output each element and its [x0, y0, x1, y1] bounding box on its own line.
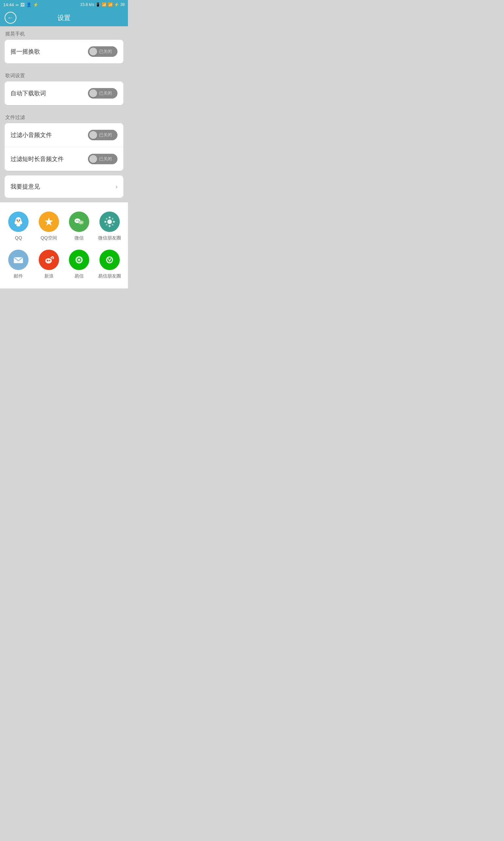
status-right: 15.6 k/s 📳 📶 📶 ⚡ 39 [80, 2, 125, 7]
auto-lyrics-toggle[interactable]: 已关闭 [88, 88, 118, 99]
svg-point-21 [106, 218, 107, 220]
shake-song-label: 摇一摇换歌 [11, 48, 40, 55]
status-bar: 14:44 ∞ 🖼 👤 ⚡ 15.6 k/s 📳 📶 📶 ⚡ 39 [0, 0, 128, 9]
shake-song-row: 摇一摇换歌 已关闭 [5, 40, 123, 64]
svg-point-14 [80, 222, 81, 223]
filter-card: 过滤小音频文件 已关闭 过滤短时长音频文件 已关闭 [5, 123, 123, 171]
auto-lyrics-row: 自动下载歌词 已关闭 [5, 82, 123, 105]
yixin-circle-label: 易信朋友圈 [98, 273, 121, 279]
filter-small-toggle[interactable]: 已关闭 [88, 130, 118, 140]
email-label: 邮件 [14, 273, 23, 279]
auto-lyrics-label: 自动下载歌词 [11, 89, 46, 97]
section-header-lyrics: 歌词设置 [0, 68, 128, 82]
share-yixin[interactable]: 易信 [64, 247, 94, 282]
share-section: QQ QQ空间 微信 [0, 202, 128, 289]
back-arrow-icon: ← [7, 15, 13, 21]
back-button[interactable]: ← [5, 12, 16, 24]
filter-small-label: 过滤小音频文件 [11, 131, 52, 139]
shake-card: 摇一摇换歌 已关闭 [5, 40, 123, 64]
wechat-moments-label: 微信朋友圈 [98, 235, 121, 241]
svg-point-32 [107, 257, 112, 263]
section-header-filter: 文件过滤 [0, 110, 128, 123]
filter-short-toggle[interactable]: 已关闭 [88, 154, 118, 164]
svg-point-6 [15, 221, 17, 224]
toggle-circle-3 [89, 131, 97, 139]
page-title: 设置 [16, 14, 111, 22]
infinity-icon: ∞ [16, 2, 19, 7]
toggle-circle [89, 48, 97, 55]
toggle-circle-4 [89, 155, 97, 163]
qqzone-label: QQ空间 [41, 235, 57, 241]
svg-point-24 [111, 224, 113, 226]
svg-point-20 [113, 221, 115, 223]
time: 14:44 [3, 2, 14, 7]
feedback-label: 我要提意见 [11, 183, 40, 191]
svg-point-22 [111, 218, 113, 220]
shake-song-toggle-label: 已关闭 [99, 49, 112, 54]
wechat-moments-icon [100, 211, 120, 232]
svg-point-28 [49, 260, 50, 261]
chevron-right-icon: › [115, 183, 118, 190]
share-yixin-circle[interactable]: 易信朋友圈 [94, 247, 125, 282]
svg-rect-8 [16, 224, 20, 226]
svg-point-27 [47, 260, 48, 261]
sina-icon [39, 250, 59, 270]
qqzone-icon [39, 211, 59, 232]
usb-icon: ⚡ [33, 2, 38, 7]
share-qq[interactable]: QQ [3, 209, 34, 244]
svg-point-11 [78, 220, 84, 224]
svg-point-18 [109, 225, 111, 227]
section-header-shake: 摇晃手机 [0, 26, 128, 40]
qq-icon [8, 211, 29, 232]
shake-song-toggle[interactable]: 已关闭 [88, 46, 118, 57]
svg-point-7 [20, 221, 22, 224]
yixin-circle-icon [100, 250, 120, 270]
share-wechat-moments[interactable]: 微信朋友圈 [94, 209, 125, 244]
battery: 39 [121, 2, 125, 7]
svg-point-13 [78, 220, 79, 221]
share-wechat[interactable]: 微信 [64, 209, 94, 244]
share-grid-row1: QQ QQ空间 微信 [3, 209, 125, 244]
title-bar: ← 设置 [0, 9, 128, 26]
filter-short-toggle-label: 已关闭 [99, 156, 112, 162]
svg-point-16 [107, 220, 112, 224]
qq-label: QQ [15, 235, 22, 240]
feedback-card: 我要提意见 › [5, 175, 123, 198]
svg-point-15 [82, 222, 83, 223]
share-email[interactable]: 邮件 [3, 247, 34, 282]
toggle-circle-2 [89, 89, 97, 97]
image-icon: 🖼 [20, 2, 24, 7]
svg-point-3 [17, 220, 18, 220]
lyrics-card: 自动下载歌词 已关闭 [5, 82, 123, 105]
yixin-icon [69, 250, 89, 270]
filter-small-toggle-label: 已关闭 [99, 132, 112, 138]
share-sina[interactable]: 新浪 [34, 247, 64, 282]
svg-point-12 [76, 220, 77, 221]
svg-point-26 [45, 258, 52, 263]
network-speed: 15.6 k/s [80, 2, 94, 7]
vibrate-icon: 📳 [95, 2, 101, 7]
status-left: 14:44 ∞ 🖼 👤 ⚡ [3, 2, 38, 7]
svg-point-23 [106, 224, 107, 226]
signal-icon: 📶 [108, 2, 113, 7]
svg-point-31 [78, 259, 80, 261]
svg-point-4 [19, 220, 20, 220]
yixin-label: 易信 [74, 273, 84, 279]
auto-lyrics-toggle-label: 已关闭 [99, 90, 112, 96]
svg-point-17 [109, 217, 111, 219]
wechat-label: 微信 [74, 235, 84, 241]
share-grid-row2: 邮件 新浪 [3, 247, 125, 282]
wechat-icon [69, 211, 89, 232]
feedback-row[interactable]: 我要提意见 › [5, 175, 123, 198]
share-qqzone[interactable]: QQ空间 [34, 209, 64, 244]
wifi-icon: 📶 [102, 2, 107, 7]
battery-charge-icon: ⚡ [114, 2, 119, 7]
filter-short-row: 过滤短时长音频文件 已关闭 [5, 147, 123, 171]
filter-short-label: 过滤短时长音频文件 [11, 155, 64, 163]
person-icon: 👤 [26, 2, 32, 7]
filter-small-row: 过滤小音频文件 已关闭 [5, 123, 123, 147]
svg-marker-9 [44, 218, 53, 226]
email-icon [8, 250, 29, 270]
svg-point-5 [17, 221, 20, 222]
svg-point-19 [104, 221, 106, 223]
